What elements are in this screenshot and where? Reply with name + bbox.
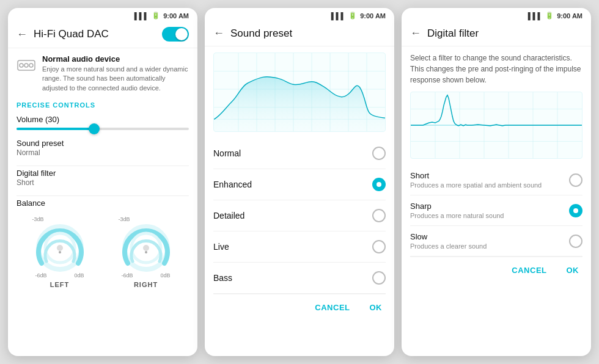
preset-radio-bass[interactable] [372,271,386,285]
right-channel-label: RIGHT [134,281,158,288]
preset-radio-normal[interactable] [372,147,386,160]
right-bottom-labels: -6dB 0dB [122,272,171,278]
panel-title-3: Digital filter [427,27,582,40]
section-label-precise: pReCiSE CONTROLS [17,101,189,109]
panel-content-1: Normal audio device Enjoy a more natural… [8,48,197,356]
preset-item-live[interactable]: Live [213,231,386,263]
panel-header-2: ← Sound preset [205,23,394,46]
preset-item-normal[interactable]: Normal [213,138,386,169]
filter-short-text: Short Produces a more spatial and ambien… [410,171,569,189]
svg-point-2 [24,64,28,67]
filter-dialog-actions: CANCEL OK [410,257,582,280]
volume-slider-track[interactable] [17,128,189,130]
left-db3-label: 0dB [74,272,84,278]
digital-filter-row[interactable]: Digital filter Short [17,169,189,187]
panel-sound-preset: ▌▌▌ 🔋 9:00 AM ← Sound preset [205,8,394,356]
hifi-toggle[interactable] [162,27,189,42]
volume-label: Volume (30) [17,115,189,124]
panel-content-2: Normal Enhanced Detailed Live Bass CANCE… [205,46,394,356]
filter-item-sharp[interactable]: Sharp Produces a more natural sound [410,195,582,226]
preset-name-bass: Bass [213,273,232,283]
preset-name-live: Live [213,242,229,252]
filter-item-short[interactable]: Short Produces a more spatial and ambien… [410,165,582,195]
balance-section: Balance [17,198,189,208]
battery-icon: 🔋 [152,12,160,20]
right-db2-label: -6dB [122,272,133,278]
filter-radio-sharp[interactable] [569,204,582,217]
time-display-1: 9:00 AM [163,12,189,20]
preset-item-bass[interactable]: Bass [213,263,386,294]
filter-cancel-button[interactable]: CANCEL [508,263,550,277]
signal-icon: ▌▌▌ [134,12,149,20]
left-channel-label: LEFT [50,281,70,288]
filter-slow-desc: Produces a clearer sound [410,242,569,250]
battery-icon-3: 🔋 [545,12,554,20]
panel-digital-filter: ▌▌▌ 🔋 9:00 AM ← Digital filter Select a … [402,8,591,356]
preset-list: Normal Enhanced Detailed Live Bass [213,138,386,294]
filter-short-desc: Produces a more spatial and ambient soun… [410,181,569,189]
right-knob[interactable] [122,224,171,272]
right-knob-container: -3dB -6dB 0dB RIGHT [119,216,174,288]
preset-cancel-button[interactable]: CANCEL [311,300,353,315]
panel-content-3: Select a filter to change the sound char… [402,46,591,356]
preset-radio-live[interactable] [372,240,386,253]
battery-icon-2: 🔋 [348,12,357,20]
volume-slider-thumb[interactable] [89,123,100,134]
sound-preset-label: Sound preset [17,139,189,148]
panel-hifi-dac: ▌▌▌ 🔋 9:00 AM ← Hi-Fi Quad DAC Normal au… [8,8,197,356]
panel-title-1: Hi-Fi Quad DAC [34,28,162,40]
time-display-2: 9:00 AM [360,12,386,20]
time-display-3: 9:00 AM [557,12,582,20]
sound-preset-row[interactable]: Sound preset Normal [17,139,189,157]
impulse-response-chart [410,92,582,159]
panel-header-3: ← Digital filter [402,23,591,46]
signal-icon-2: ▌▌▌ [331,12,345,20]
volume-slider-fill [17,128,94,130]
status-bar-3: ▌▌▌ 🔋 9:00 AM [402,8,591,23]
filter-sharp-text: Sharp Produces a more natural sound [410,202,569,219]
preset-radio-detailed[interactable] [372,209,386,222]
panel-header-1: ← Hi-Fi Quad DAC [8,23,197,48]
svg-point-10 [143,245,149,251]
filter-slow-text: Slow Produces a clearer sound [410,232,569,250]
back-button-2[interactable]: ← [213,27,224,40]
preset-ok-button[interactable]: OK [366,300,386,315]
volume-control: Volume (30) [17,115,189,130]
device-desc: Enjoy a more natural sound and a wider d… [42,65,189,93]
right-db3-label: 0dB [160,272,170,278]
preset-item-detailed[interactable]: Detailed [213,200,386,231]
filter-sharp-desc: Produces a more natural sound [410,212,569,219]
filter-ok-button[interactable]: OK [563,263,583,277]
device-text: Normal audio device Enjoy a more natural… [42,54,189,93]
preset-dialog-actions: CANCEL OK [213,294,386,317]
left-db1-label: -3dB [32,216,44,222]
filter-radio-short[interactable] [569,173,582,187]
filter-radio-slow[interactable] [569,235,582,248]
status-bar-1: ▌▌▌ 🔋 9:00 AM [8,8,197,23]
filter-sharp-name: Sharp [410,202,569,211]
right-db1-label: -3dB [119,216,130,222]
digital-filter-label: Digital filter [17,169,189,178]
back-button-3[interactable]: ← [410,27,421,40]
divider-1 [17,166,189,166]
filter-slow-name: Slow [410,232,569,241]
left-db2-label: -6dB [35,272,47,278]
svg-point-7 [59,251,61,253]
device-info: Normal audio device Enjoy a more natural… [17,54,189,93]
svg-point-1 [20,64,23,67]
left-knob-labels: -3dB [32,216,87,222]
divider-2 [17,195,189,196]
filter-item-slow[interactable]: Slow Produces a clearer sound [410,226,582,257]
right-knob-labels: -3dB [119,216,174,222]
status-bar-2: ▌▌▌ 🔋 9:00 AM [205,8,394,23]
preset-item-enhanced[interactable]: Enhanced [213,169,386,200]
left-knob-container: -3dB -6dB 0dB [32,216,87,288]
sound-preset-chart [213,53,386,132]
filter-short-name: Short [410,171,569,180]
preset-radio-enhanced[interactable] [372,178,386,191]
back-button-1[interactable]: ← [17,28,28,41]
preset-name-normal: Normal [213,148,241,158]
filter-description: Select a filter to change the sound char… [410,53,582,86]
sound-preset-value: Normal [17,148,189,157]
left-knob[interactable] [35,224,84,272]
